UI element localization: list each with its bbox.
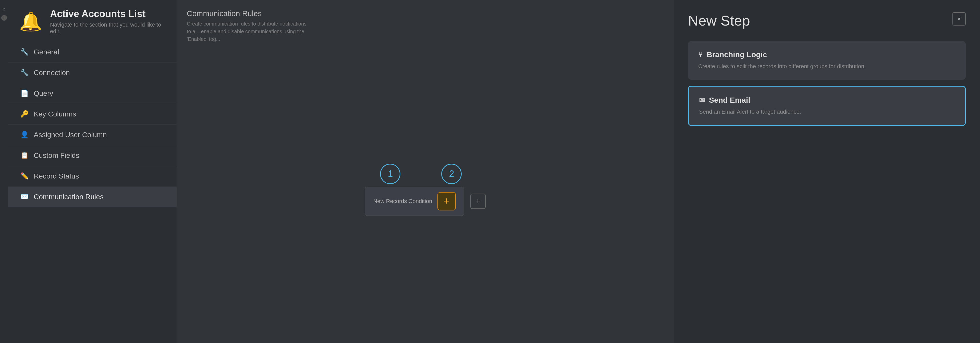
- key-icon: 🔑: [21, 110, 29, 118]
- sidebar-item-query[interactable]: 📄 Query: [8, 83, 177, 104]
- right-panel: New Step × ⑂ Branching Logic Create rule…: [674, 0, 980, 343]
- send-email-icon: ✉: [699, 96, 705, 104]
- sidebar-item-label: Assigned User Column: [34, 131, 107, 139]
- section-header: Communication Rules Create communication…: [187, 9, 663, 43]
- add-step-small-button[interactable]: +: [470, 194, 486, 209]
- sidebar-item-label: Record Status: [34, 172, 79, 180]
- sidebar-item-assigned-user-column[interactable]: 👤 Assigned User Column: [8, 124, 177, 145]
- branch-icon: ⑂: [698, 51, 703, 59]
- sidebar-item-label: Query: [34, 89, 53, 97]
- app-title: Active Accounts List: [50, 8, 166, 20]
- sidebar-header: 🔔 Active Accounts List Navigate to the s…: [8, 0, 177, 42]
- sidebar-item-label: Key Columns: [34, 110, 76, 118]
- section-title: Communication Rules: [187, 9, 663, 18]
- main-content: Communication Rules Create communication…: [177, 0, 674, 343]
- branching-logic-desc: Create rules to split the records into d…: [698, 62, 956, 70]
- sidebar-item-label: Connection: [34, 69, 70, 77]
- add-icon[interactable]: +: [1, 15, 7, 21]
- user-icon: 👤: [21, 131, 29, 139]
- bell-icon: 🔔: [19, 12, 42, 31]
- step-circle-1: 1: [380, 164, 401, 184]
- wrench-icon: 🔧: [21, 48, 29, 56]
- right-panel-title: New Step: [688, 12, 750, 29]
- right-panel-header: New Step ×: [688, 12, 966, 29]
- wrench-icon-2: 🔧: [21, 69, 29, 77]
- collapse-panel: » +: [0, 0, 8, 343]
- sidebar-nav: 🔧 General 🔧 Connection 📄 Query 🔑 Key Col…: [8, 42, 177, 343]
- sidebar-item-label: General: [34, 48, 59, 56]
- doc-icon: 📄: [21, 89, 29, 97]
- email-icon: ✉️: [21, 193, 29, 201]
- sidebar-item-connection[interactable]: 🔧 Connection: [8, 62, 177, 83]
- sidebar-item-general[interactable]: 🔧 General: [8, 42, 177, 62]
- step-circle-2: 2: [441, 164, 462, 184]
- branching-logic-card[interactable]: ⑂ Branching Logic Create rules to split …: [688, 41, 966, 80]
- branching-logic-title: ⑂ Branching Logic: [698, 50, 956, 59]
- flow-node: New Records Condition +: [365, 187, 464, 216]
- edit-icon: ✏️: [21, 172, 29, 180]
- sidebar-item-key-columns[interactable]: 🔑 Key Columns: [8, 104, 177, 124]
- canvas-area: 1 2 New Records Condition + +: [187, 48, 663, 334]
- sidebar-item-custom-fields[interactable]: 📋 Custom Fields: [8, 145, 177, 166]
- flow-node-label: New Records Condition: [373, 198, 432, 204]
- sidebar-item-label: Custom Fields: [34, 152, 80, 160]
- close-icon: ×: [957, 15, 961, 22]
- send-email-title: ✉ Send Email: [699, 96, 955, 104]
- sidebar-header-text: Active Accounts List Navigate to the sec…: [50, 8, 166, 35]
- section-subtitle: Create communication rules to distribute…: [187, 20, 309, 43]
- sidebar-item-label: Communication Rules: [34, 193, 103, 201]
- close-button[interactable]: ×: [953, 12, 966, 26]
- send-email-card[interactable]: ✉ Send Email Send an Email Alert to a ta…: [688, 86, 966, 126]
- sidebar-item-communication-rules[interactable]: ✉️ Communication Rules: [8, 187, 177, 207]
- grid-icon: 📋: [21, 152, 29, 160]
- bell-icon-wrap: 🔔: [18, 9, 43, 34]
- chevron-right-icon[interactable]: »: [3, 6, 5, 12]
- sidebar-item-record-status[interactable]: ✏️ Record Status: [8, 166, 177, 187]
- add-step-button[interactable]: +: [438, 192, 456, 211]
- send-email-desc: Send an Email Alert to a target audience…: [699, 107, 955, 116]
- sidebar: 🔔 Active Accounts List Navigate to the s…: [8, 0, 177, 343]
- app-subtitle: Navigate to the section that you would l…: [50, 21, 166, 35]
